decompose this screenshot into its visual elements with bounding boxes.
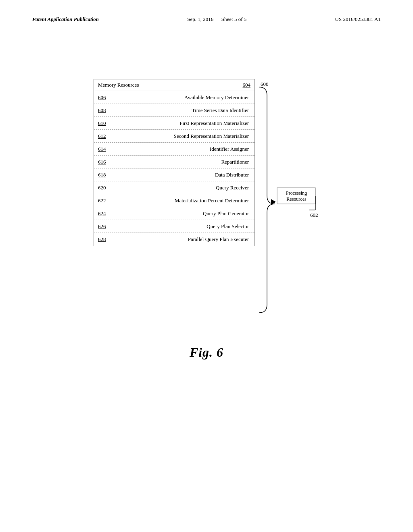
header-date: Sep. 1, 2016 bbox=[187, 16, 213, 22]
table-row: 616Repartitioner bbox=[94, 156, 254, 168]
header-date-and-sheet: Sep. 1, 2016 Sheet 5 of 5 bbox=[187, 16, 246, 23]
table-row: 626Query Plan Selector bbox=[94, 220, 254, 233]
table-row: 612Second Representation Materializer bbox=[94, 130, 254, 143]
table-row: 628Parallel Query Plan Executer bbox=[94, 233, 254, 246]
page-header: Patent Application Publication Sep. 1, 2… bbox=[0, 0, 413, 23]
component-number: 614 bbox=[94, 146, 114, 152]
component-label: Data Distributer bbox=[114, 172, 250, 178]
table-row: 624Query Plan Generator bbox=[94, 207, 254, 220]
table-row: 610First Representation Materializer bbox=[94, 117, 254, 130]
component-label: Parallel Query Plan Executer bbox=[114, 236, 250, 243]
component-number: 618 bbox=[94, 172, 114, 178]
component-label: Query Receiver bbox=[114, 185, 250, 191]
table-row: 622Materialization Percent Determiner bbox=[94, 194, 254, 207]
diagram-container: Memory Resources 604 606Available Memory… bbox=[94, 79, 319, 321]
component-number: 626 bbox=[94, 223, 114, 230]
table-row: 614Identifier Assigner bbox=[94, 143, 254, 156]
figure-caption: Fig. 6 bbox=[0, 345, 413, 360]
main-box-header: Memory Resources 604 bbox=[94, 79, 254, 91]
component-number: 608 bbox=[94, 107, 114, 114]
table-row: 618Data Distributer bbox=[94, 168, 254, 181]
header-patent-number: US 2016/0253381 A1 bbox=[335, 16, 381, 23]
component-label: First Representation Materializer bbox=[114, 120, 250, 127]
component-list: 606Available Memory Determiner608Time Se… bbox=[94, 91, 254, 246]
table-row: 606Available Memory Determiner bbox=[94, 91, 254, 104]
component-number: 624 bbox=[94, 210, 114, 217]
table-row: 608Time Series Data Identifier bbox=[94, 104, 254, 117]
processing-resources-label-line2: Resources bbox=[286, 196, 307, 202]
component-label: Query Plan Generator bbox=[114, 210, 250, 217]
diagram-svg: 600 Processing Resources 602 bbox=[255, 79, 319, 321]
component-number: 622 bbox=[94, 197, 114, 204]
component-number: 616 bbox=[94, 159, 114, 165]
table-row: 620Query Receiver bbox=[94, 181, 254, 194]
bracket-label: 600 bbox=[261, 81, 269, 87]
component-label: Identifier Assigner bbox=[114, 146, 250, 152]
component-label: Time Series Data Identifier bbox=[114, 107, 250, 114]
component-label: Repartitioner bbox=[114, 159, 250, 165]
component-label: Query Plan Selector bbox=[114, 223, 250, 230]
main-box-title: Memory Resources bbox=[98, 82, 139, 88]
processing-resources-label-line1: Processing bbox=[286, 190, 307, 196]
header-publication-label: Patent Application Publication bbox=[32, 16, 99, 23]
component-number: 612 bbox=[94, 133, 114, 139]
main-box: Memory Resources 604 606Available Memory… bbox=[94, 79, 255, 246]
processing-resources-num: 602 bbox=[310, 212, 318, 218]
component-label: Second Representation Materializer bbox=[114, 133, 250, 139]
main-box-number: 604 bbox=[243, 82, 251, 88]
component-label: Materialization Percent Determiner bbox=[114, 197, 250, 204]
component-number: 606 bbox=[94, 94, 114, 101]
component-number: 610 bbox=[94, 120, 114, 127]
header-sheet: Sheet 5 of 5 bbox=[221, 16, 246, 22]
main-content: Memory Resources 604 606Available Memory… bbox=[0, 23, 413, 321]
component-number: 620 bbox=[94, 185, 114, 191]
component-number: 628 bbox=[94, 236, 114, 243]
component-label: Available Memory Determiner bbox=[114, 94, 250, 101]
